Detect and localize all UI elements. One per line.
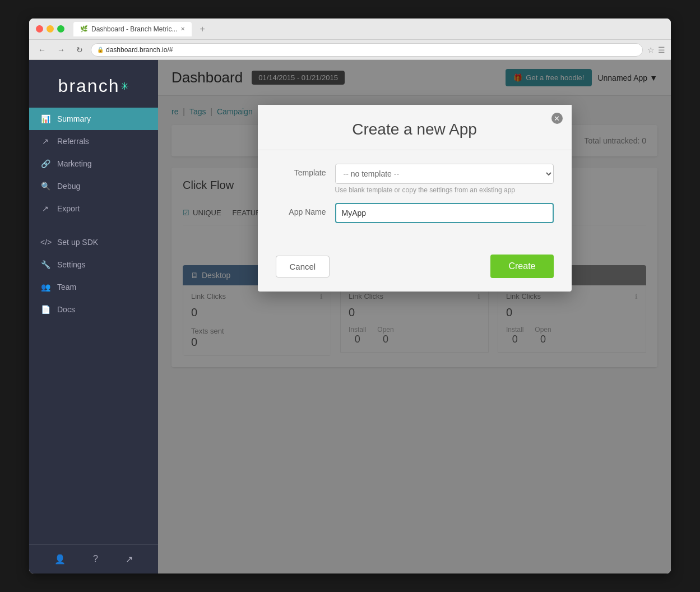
debug-icon: 🔍 bbox=[40, 182, 50, 191]
minimize-window-btn[interactable] bbox=[47, 25, 54, 33]
docs-icon: 📄 bbox=[40, 305, 50, 314]
address-text: dashboard.branch.io/# bbox=[106, 46, 173, 54]
export-icon: ↗ bbox=[40, 204, 50, 213]
browser-frame: 🌿 Dashboard - Branch Metric... ✕ + ← → ↻… bbox=[29, 18, 671, 574]
app-name-label: App Name bbox=[276, 203, 326, 216]
refresh-btn[interactable]: ↻ bbox=[73, 43, 86, 57]
nav-gap bbox=[29, 220, 158, 231]
template-label: Template bbox=[276, 164, 326, 177]
logo-icon: ✳ bbox=[120, 80, 129, 92]
sidebar-label-settings: Settings bbox=[57, 260, 86, 269]
forward-btn[interactable]: → bbox=[54, 43, 68, 57]
sidebar-label-referrals: Referrals bbox=[57, 137, 89, 146]
team-icon: 👥 bbox=[40, 283, 50, 292]
new-tab-btn[interactable]: + bbox=[196, 24, 208, 34]
app-layout: branch ✳ 📊 Summary ↗ Referrals 🔗 Marketi… bbox=[29, 60, 671, 574]
browser-tab[interactable]: 🌿 Dashboard - Branch Metric... ✕ bbox=[73, 22, 192, 36]
tab-title: Dashboard - Branch Metric... bbox=[91, 25, 177, 33]
app-name-form-row: App Name bbox=[276, 203, 554, 223]
link-icon: 🔗 bbox=[40, 159, 50, 168]
tab-close-btn[interactable]: ✕ bbox=[180, 26, 185, 32]
toolbar-icons: ☆ ☰ bbox=[647, 45, 665, 54]
logo-text: branch bbox=[58, 76, 120, 96]
modal-footer: Cancel Create bbox=[258, 246, 572, 292]
template-form-row: Template -- no template -- Use blank tem… bbox=[276, 164, 554, 194]
sidebar-label-setup-sdk: Set up SDK bbox=[57, 238, 98, 247]
modal-body: Template -- no template -- Use blank tem… bbox=[258, 150, 572, 246]
sidebar-item-docs[interactable]: 📄 Docs bbox=[29, 298, 158, 321]
tab-favicon: 🌿 bbox=[80, 25, 88, 33]
sidebar-item-marketing[interactable]: 🔗 Marketing bbox=[29, 152, 158, 175]
address-bar[interactable]: 🔒 dashboard.branch.io/# bbox=[91, 43, 643, 57]
close-window-btn[interactable] bbox=[36, 25, 43, 33]
sidebar-item-referrals[interactable]: ↗ Referrals bbox=[29, 130, 158, 152]
main-content: Dashboard 01/14/2015 - 01/21/2015 🎁 Get … bbox=[158, 60, 671, 574]
sidebar-nav: 📊 Summary ↗ Referrals 🔗 Marketing 🔍 Debu… bbox=[29, 108, 158, 544]
sidebar-item-team[interactable]: 👥 Team bbox=[29, 276, 158, 298]
sidebar-item-setup-sdk[interactable]: </> Set up SDK bbox=[29, 231, 158, 253]
sidebar-label-marketing: Marketing bbox=[57, 159, 91, 168]
template-select[interactable]: -- no template -- bbox=[335, 164, 554, 184]
sidebar-item-settings[interactable]: 🔧 Settings bbox=[29, 253, 158, 276]
chart-icon: 📊 bbox=[40, 114, 50, 123]
back-btn[interactable]: ← bbox=[35, 43, 49, 57]
create-button[interactable]: Create bbox=[490, 255, 553, 278]
browser-toolbar: ← → ↻ 🔒 dashboard.branch.io/# ☆ ☰ bbox=[29, 40, 671, 60]
modal-header: Create a new App ✕ bbox=[258, 105, 572, 150]
template-control-wrap: -- no template -- Use blank template or … bbox=[335, 164, 554, 194]
lock-icon: 🔒 bbox=[97, 47, 104, 53]
help-icon[interactable]: ? bbox=[93, 554, 98, 565]
settings-icon: 🔧 bbox=[40, 260, 50, 269]
sidebar-label-debug: Debug bbox=[57, 182, 80, 191]
cancel-button[interactable]: Cancel bbox=[276, 256, 330, 278]
sidebar-label-export: Export bbox=[57, 204, 80, 213]
bookmark-icon[interactable]: ☆ bbox=[647, 45, 655, 54]
maximize-window-btn[interactable] bbox=[57, 25, 64, 33]
modal-overlay: Create a new App ✕ Template -- no templa… bbox=[158, 60, 671, 574]
menu-icon[interactable]: ☰ bbox=[658, 45, 665, 54]
template-hint: Use blank template or copy the settings … bbox=[335, 186, 554, 194]
code-icon: </> bbox=[40, 238, 50, 247]
sidebar-item-export[interactable]: ↗ Export bbox=[29, 197, 158, 220]
sidebar-label-team: Team bbox=[57, 283, 76, 292]
share-icon: ↗ bbox=[40, 137, 50, 146]
browser-titlebar: 🌿 Dashboard - Branch Metric... ✕ + bbox=[29, 18, 671, 40]
modal-create-app: Create a new App ✕ Template -- no templa… bbox=[258, 105, 572, 292]
sidebar-label-summary: Summary bbox=[57, 114, 91, 123]
sidebar-item-summary[interactable]: 📊 Summary bbox=[29, 108, 158, 130]
sidebar: branch ✳ 📊 Summary ↗ Referrals 🔗 Marketi… bbox=[29, 60, 158, 574]
sidebar-logo: branch ✳ bbox=[29, 60, 158, 108]
app-name-control-wrap bbox=[335, 203, 554, 223]
modal-title: Create a new App bbox=[276, 121, 554, 138]
logout-icon[interactable]: ↗ bbox=[126, 554, 133, 565]
user-icon[interactable]: 👤 bbox=[54, 554, 66, 565]
traffic-lights bbox=[36, 25, 64, 33]
app-name-input[interactable] bbox=[335, 203, 554, 223]
sidebar-label-docs: Docs bbox=[57, 305, 75, 314]
modal-close-btn[interactable]: ✕ bbox=[551, 113, 563, 124]
sidebar-item-debug[interactable]: 🔍 Debug bbox=[29, 175, 158, 197]
sidebar-bottom: 👤 ? ↗ bbox=[29, 544, 158, 574]
